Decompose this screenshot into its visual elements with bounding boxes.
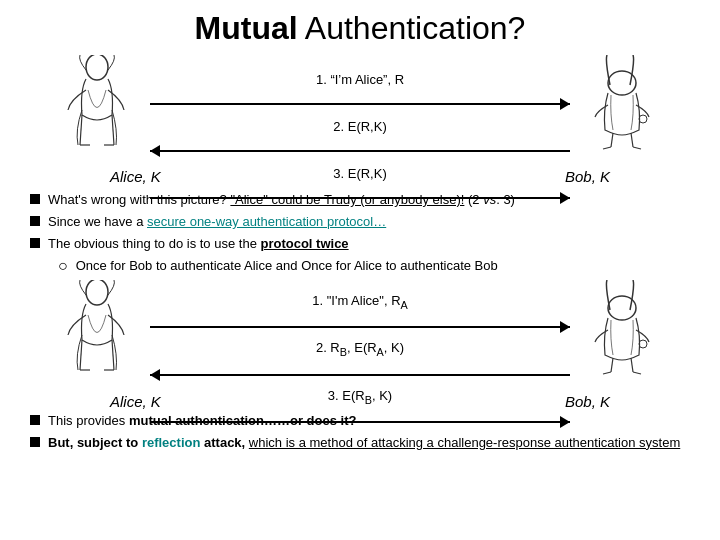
svg-point-0 [86, 55, 108, 80]
bob-figure [585, 55, 660, 153]
bullet-2: Since we have a secure one-way authentic… [30, 213, 690, 231]
bullet-sq-2 [30, 216, 40, 226]
arrow2-line [150, 150, 570, 152]
arrow3-label: 3. E(R,K) [150, 166, 570, 181]
alice-label-bottom: Alice, K [110, 393, 161, 410]
b-arrow2-label: 2. RB, E(RA, K) [150, 340, 570, 358]
sub-bullet-text: Once for Bob to authenticate Alice and O… [76, 258, 498, 273]
reflection-text: reflection [142, 435, 201, 450]
svg-line-7 [631, 133, 633, 147]
top-diagram: 1. “I’m Alice”, R 2. E(R,K) 3. E(R,K) Al… [50, 55, 670, 185]
svg-point-5 [608, 71, 636, 95]
protocol-twice: protocol twice [260, 236, 348, 251]
svg-line-12 [80, 340, 82, 370]
svg-line-8 [603, 147, 611, 149]
svg-line-18 [631, 358, 633, 372]
bullet-sq-5 [30, 437, 40, 447]
challenge-response-link: which is a method of attacking a challen… [249, 435, 680, 450]
svg-line-17 [611, 358, 613, 372]
svg-line-1 [80, 115, 82, 145]
arrow3-line [150, 197, 570, 199]
alice-figure [60, 55, 135, 153]
bullet-text-2: Since we have a secure one-way authentic… [48, 213, 386, 231]
bullet-3: The obvious thing to do is to use the pr… [30, 235, 690, 253]
bullet-text-5: But, subject to reflection attack, which… [48, 434, 680, 452]
svg-line-13 [112, 340, 114, 370]
b-arrow3-line [150, 421, 570, 423]
b-arrow1-label: 1. "I'm Alice", RA [150, 293, 570, 311]
bob-figure-bottom [585, 280, 660, 378]
title-rest: Authentication? [298, 10, 526, 46]
page-title: Mutual Authentication? [20, 10, 700, 47]
bullet-5: But, subject to reflection attack, which… [30, 434, 690, 452]
arrow1-line [150, 103, 570, 105]
bullets-section: What's wrong with this picture? "Alice" … [30, 191, 690, 274]
svg-point-21 [639, 340, 647, 348]
title-mutual: Mutual [195, 10, 298, 46]
alice-figure-bottom [60, 280, 135, 378]
b-arrow1-line [150, 326, 570, 328]
bob-label-top: Bob, K [565, 168, 610, 185]
bullet-sq-1 [30, 194, 40, 204]
arrow1-label: 1. “I’m Alice”, R [150, 72, 570, 87]
svg-point-10 [639, 115, 647, 123]
top-arrows: 1. “I’m Alice”, R 2. E(R,K) 3. E(R,K) [150, 60, 570, 199]
sub-dot: ○ [58, 258, 68, 274]
svg-line-19 [603, 372, 611, 374]
bullet-text-3: The obvious thing to do is to use the pr… [48, 235, 349, 253]
bob-label-bottom: Bob, K [565, 393, 610, 410]
sub-bullet-1: ○ Once for Bob to authenticate Alice and… [58, 258, 690, 274]
bullet-sq-4 [30, 415, 40, 425]
bullet-sq-3 [30, 238, 40, 248]
bullet2-link: secure one-way authentication protocol… [147, 214, 386, 229]
bottom-diagram: 1. "I'm Alice", RA 2. RB, E(RA, K) 3. E(… [50, 280, 670, 410]
alice-label-top: Alice, K [110, 168, 161, 185]
b-arrow3-label: 3. E(RB, K) [150, 388, 570, 406]
svg-line-9 [633, 147, 641, 149]
page: Mutual Authentication? [0, 0, 720, 540]
b-arrow2-line [150, 374, 570, 376]
bottom-arrows: 1. "I'm Alice", RA 2. RB, E(RA, K) 3. E(… [150, 285, 570, 424]
svg-line-2 [112, 115, 114, 145]
svg-point-11 [86, 280, 108, 305]
svg-line-20 [633, 372, 641, 374]
svg-point-16 [608, 296, 636, 320]
arrow2-label: 2. E(R,K) [150, 119, 570, 134]
svg-line-6 [611, 133, 613, 147]
